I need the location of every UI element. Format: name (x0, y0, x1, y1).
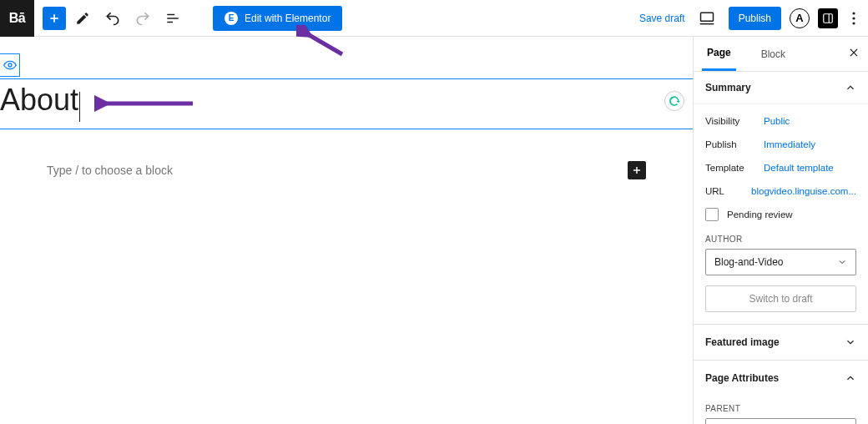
svg-point-11 (852, 22, 855, 24)
chevron-up-icon (845, 82, 856, 93)
template-row: Template Default template (705, 156, 856, 179)
tab-block[interactable]: Block (756, 37, 790, 71)
parent-heading: PARENT (694, 396, 868, 418)
inline-add-block-button[interactable] (628, 161, 646, 179)
author-select[interactable]: Blog-and-Video (705, 249, 856, 275)
settings-panel-button[interactable] (818, 8, 838, 28)
site-logo[interactable]: Bā (0, 0, 34, 37)
plus-icon (48, 12, 61, 25)
summary-heading: Summary (705, 82, 751, 93)
url-value[interactable]: blogvideo.linguise.com... (751, 186, 856, 196)
summary-panel: Visibility Public Publish Immediately Te… (694, 104, 868, 325)
list-icon (165, 11, 180, 26)
svg-line-20 (306, 33, 342, 54)
svg-point-12 (8, 63, 12, 67)
preview-toggle[interactable] (0, 53, 20, 77)
content-block-row: Type / to choose a block (47, 161, 646, 179)
preview-button[interactable] (694, 5, 720, 32)
plus-icon (631, 164, 643, 176)
template-label: Template (705, 163, 764, 173)
tab-page[interactable]: Page (702, 37, 736, 71)
svg-point-10 (852, 17, 855, 19)
featured-image-header[interactable]: Featured image (694, 325, 868, 361)
author-heading: AUTHOR (705, 235, 856, 244)
page-attributes-label: Page Attributes (705, 372, 779, 384)
url-row: URL blogvideo.linguise.com... (705, 179, 856, 203)
page-title-input[interactable]: About (0, 83, 78, 118)
document-overview-button[interactable] (159, 5, 186, 32)
page-attributes-header[interactable]: Page Attributes (694, 361, 868, 396)
save-draft-link[interactable]: Save draft (639, 13, 685, 24)
svg-point-9 (852, 12, 855, 14)
kebab-icon (852, 12, 855, 25)
astra-icon[interactable]: A (790, 8, 810, 28)
publish-label: Publish (705, 139, 764, 149)
annotation-arrow-elementor (296, 25, 346, 58)
sidebar-icon (822, 13, 834, 24)
parent-select[interactable] (705, 418, 856, 424)
publish-button[interactable]: Publish (729, 7, 781, 30)
block-placeholder[interactable]: Type / to choose a block (47, 164, 173, 177)
settings-sidebar: Page Block Summary Visibility Public Pub… (693, 37, 868, 424)
close-sidebar-button[interactable] (848, 47, 860, 61)
chevron-up-icon (845, 372, 856, 384)
undo-icon (104, 10, 121, 27)
options-button[interactable] (846, 5, 861, 32)
chevron-down-icon (837, 257, 847, 267)
pending-review-label: Pending review (727, 209, 793, 220)
toolbar-right: Save draft Publish A (639, 5, 861, 32)
switch-to-draft-button[interactable]: Switch to draft (705, 285, 856, 312)
publish-value[interactable]: Immediately (764, 139, 815, 149)
redo-button[interactable] (129, 5, 156, 32)
annotation-arrow-title (94, 93, 194, 114)
pending-review-checkbox[interactable] (705, 208, 719, 221)
author-selected: Blog-and-Video (714, 256, 784, 268)
edit-tools-button[interactable] (69, 5, 96, 32)
pending-review-row: Pending review (705, 203, 856, 231)
elementor-label: Edit with Elementor (245, 13, 331, 24)
visibility-label: Visibility (705, 116, 764, 126)
elementor-icon: E (225, 12, 238, 25)
visibility-value[interactable]: Public (764, 116, 790, 126)
publish-row: Publish Immediately (705, 133, 856, 156)
svg-rect-5 (700, 13, 713, 21)
eye-icon (3, 58, 17, 72)
redo-icon (134, 10, 151, 27)
visibility-row: Visibility Public (705, 109, 856, 133)
summary-header[interactable]: Summary (694, 72, 868, 104)
top-toolbar: Bā E Edit with Elementor Save draft Publ… (0, 0, 868, 37)
template-value[interactable]: Default template (764, 163, 834, 173)
url-label: URL (705, 186, 751, 196)
text-cursor (79, 92, 80, 122)
desktop-icon (699, 10, 715, 27)
chevron-down-icon (845, 336, 856, 348)
close-icon (848, 47, 860, 58)
featured-image-label: Featured image (705, 336, 780, 348)
svg-rect-7 (824, 13, 833, 23)
sidebar-tabs: Page Block (694, 37, 868, 72)
undo-button[interactable] (99, 5, 126, 32)
pencil-icon (75, 11, 90, 26)
grammarly-icon[interactable] (664, 91, 684, 111)
add-block-button[interactable] (43, 7, 66, 30)
